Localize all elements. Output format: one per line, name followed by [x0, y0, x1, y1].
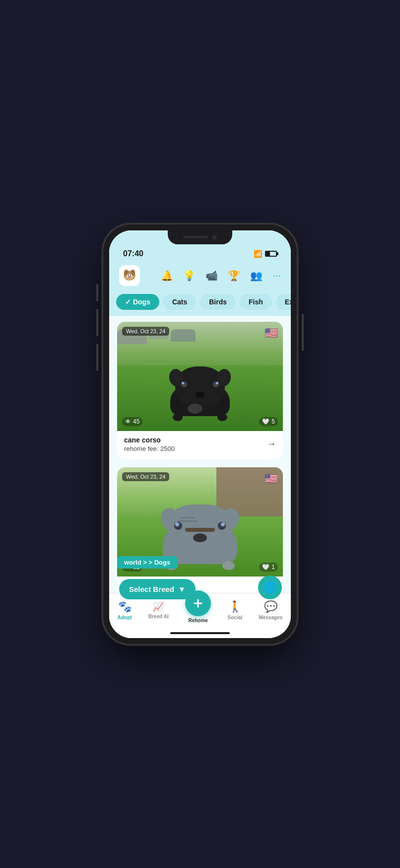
- users-icon[interactable]: 👥: [250, 270, 263, 282]
- globe-fab-button[interactable]: 🌐: [258, 576, 282, 599]
- dropdown-icon: ▼: [178, 585, 186, 593]
- flag-1: 🇺🇸: [265, 327, 278, 340]
- nav-adopt[interactable]: 🐾 Adopt: [118, 600, 132, 620]
- likes-1: 🤍 5: [259, 417, 278, 426]
- battery-icon: [265, 251, 277, 257]
- tab-fish[interactable]: Fish: [240, 294, 272, 310]
- bell-icon[interactable]: 🔔: [161, 270, 173, 282]
- date-badge-2: Wed, Oct 23, 24: [122, 472, 169, 481]
- more-icon[interactable]: ···: [272, 270, 281, 281]
- nav-rehome[interactable]: Rehome: [185, 597, 211, 623]
- pet-listings-scroll[interactable]: Wed, Oct 23, 24 🇺🇸 👁 45 🤍 5 cane corso r…: [109, 316, 291, 593]
- breed-name-1: cane corso: [124, 436, 175, 444]
- nav-adopt-label: Adopt: [118, 615, 132, 620]
- header: 🔔 💡 📹 🏆 👥 ···: [109, 262, 291, 291]
- fee-1: rehome fee: 2500: [124, 445, 175, 452]
- tab-exotic[interactable]: Exotic anima: [276, 294, 291, 310]
- image-stats-1: 👁 45 🤍 5: [122, 417, 278, 426]
- date-badge-1: Wed, Oct 23, 24: [122, 327, 169, 336]
- app-logo: [119, 265, 140, 286]
- nav-breed-ai[interactable]: 📈 Breed AI: [148, 601, 169, 619]
- nav-social-label: Social: [228, 615, 242, 620]
- views-1: 👁 45: [122, 417, 142, 426]
- pet-card-2[interactable]: Wed, Oct 23, 24 🇺🇸 👁 32 🤍 1 cane corso r…: [117, 467, 283, 593]
- breadcrumb: world > > Dogs: [117, 556, 177, 569]
- video-icon[interactable]: 📹: [205, 270, 218, 282]
- social-icon: 🚶: [228, 600, 242, 613]
- nav-breed-ai-label: Breed AI: [148, 614, 169, 619]
- svg-point-7: [128, 274, 129, 275]
- bulb-icon[interactable]: 💡: [183, 270, 196, 282]
- pet-card-1[interactable]: Wed, Oct 23, 24 🇺🇸 👁 45 🤍 5 cane corso r…: [117, 322, 283, 459]
- wifi-icon: 📶: [254, 250, 262, 258]
- header-icons[interactable]: 🔔 💡 📹 🏆 👥 ···: [161, 270, 281, 282]
- nav-messages-label: Messages: [259, 615, 282, 620]
- nav-rehome-label: Rehome: [188, 618, 207, 623]
- tab-cats[interactable]: Cats: [163, 294, 196, 310]
- likes-2: 🤍 1: [259, 563, 278, 572]
- flag-2: 🇺🇸: [265, 472, 278, 485]
- status-time: 07:40: [123, 249, 143, 258]
- home-bar: [109, 632, 291, 638]
- nav-social[interactable]: 🚶 Social: [228, 600, 242, 620]
- pet-info-1[interactable]: cane corso rehome fee: 2500 →: [117, 431, 283, 459]
- category-tabs[interactable]: ✓ Dogs Cats Birds Fish Exotic anima: [109, 291, 291, 316]
- home-bar-line: [170, 632, 230, 634]
- messages-icon: 💬: [264, 600, 277, 613]
- nav-messages[interactable]: 💬 Messages: [259, 600, 282, 620]
- status-icons: 📶: [254, 250, 277, 258]
- paw-icon: 🐾: [118, 600, 132, 613]
- pet-details-1: cane corso rehome fee: 2500: [124, 436, 175, 452]
- pet-image-1[interactable]: Wed, Oct 23, 24 🇺🇸 👁 45 🤍 5: [117, 322, 283, 431]
- select-breed-button[interactable]: Select Breed ▼: [119, 579, 196, 599]
- arrow-btn-1[interactable]: →: [267, 439, 276, 449]
- chart-icon: 📈: [153, 601, 164, 612]
- tab-dogs[interactable]: ✓ Dogs: [116, 294, 159, 310]
- trophy-icon[interactable]: 🏆: [228, 270, 240, 282]
- tab-birds[interactable]: Birds: [200, 294, 236, 310]
- svg-point-9: [128, 276, 131, 278]
- svg-point-8: [130, 274, 131, 275]
